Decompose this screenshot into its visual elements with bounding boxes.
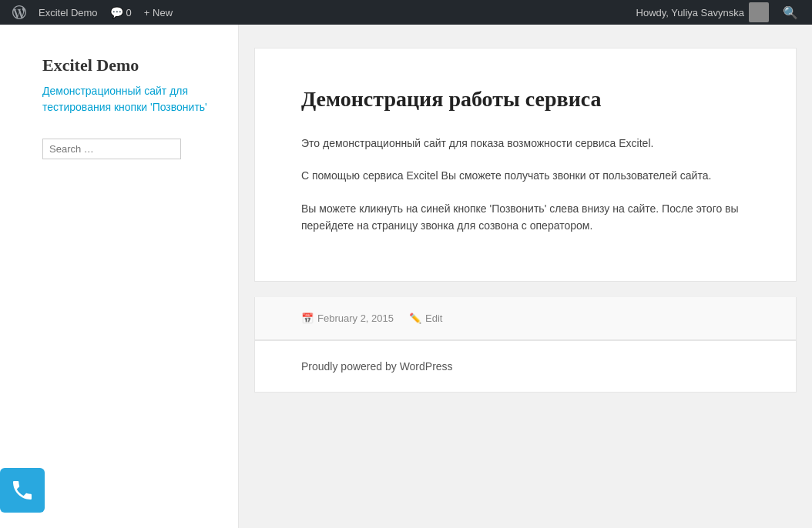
post-title: Демонстрация работы сервиса — [301, 87, 750, 112]
page-wrapper: Excitel Demo Демонстрационный сайт для т… — [0, 25, 812, 528]
avatar — [749, 2, 769, 22]
admin-search-icon[interactable]: 🔍 — [775, 0, 806, 25]
post-article: Демонстрация работы сервиса Это демонстр… — [254, 48, 797, 340]
site-name-text: Excitel Demo — [39, 7, 98, 18]
search-widget — [42, 139, 215, 159]
edit-label: Edit — [425, 312, 442, 324]
sidebar: Excitel Demo Демонстрационный сайт для т… — [0, 25, 239, 528]
main-content: Демонстрация работы сервиса Это демонстр… — [239, 25, 812, 528]
post-paragraph-3: Вы можете кликнуть на синей кнопке 'Позв… — [301, 200, 750, 235]
site-description-text: Демонстрационный сайт для тестирования к… — [42, 85, 207, 113]
post-paragraph-1: Это демонстрационный сайт для показа воз… — [301, 135, 750, 152]
post-date: February 2, 2015 — [317, 312, 394, 324]
edit-icon: ✏️ — [409, 312, 421, 324]
comments-count: 0 — [126, 7, 132, 18]
howdy-text: Howdy, Yuliya Savynska — [636, 7, 744, 18]
post-meta: 📅 February 2, 2015 ✏️ Edit — [254, 297, 797, 340]
admin-bar: Excitel Demo 💬 0 + New Howdy, Yuliya Sav… — [0, 0, 812, 25]
call-button[interactable] — [0, 468, 45, 513]
post-card: Демонстрация работы сервиса Это демонстр… — [254, 48, 797, 282]
site-title: Excitel Demo — [42, 55, 215, 75]
admin-bar-right: Howdy, Yuliya Savynska 🔍 — [630, 0, 806, 25]
post-content: Это демонстрационный сайт для показа воз… — [301, 135, 750, 235]
comment-icon: 💬 — [110, 6, 123, 18]
comments-button[interactable]: 💬 0 — [104, 0, 138, 25]
edit-link[interactable]: Edit — [425, 312, 442, 324]
post-paragraph-2: С помощью сервиса Excitel Вы сможете пол… — [301, 167, 750, 184]
site-description-link[interactable]: Демонстрационный сайт для тестирования к… — [42, 85, 207, 113]
howdy-section: Howdy, Yuliya Savynska — [630, 2, 775, 22]
post-edit-item: ✏️ Edit — [409, 312, 442, 324]
calendar-icon: 📅 — [301, 312, 314, 324]
new-content-button[interactable]: + New — [138, 0, 179, 25]
wp-logo-button[interactable] — [6, 0, 32, 25]
footer-card: Proudly powered by WordPress — [254, 340, 797, 393]
search-input[interactable] — [42, 139, 181, 159]
new-label: + New — [144, 7, 173, 18]
site-name-link[interactable]: Excitel Demo — [32, 0, 104, 25]
post-date-item: 📅 February 2, 2015 — [301, 312, 394, 324]
footer-text: Proudly powered by WordPress — [301, 360, 453, 373]
phone-icon — [10, 478, 35, 503]
